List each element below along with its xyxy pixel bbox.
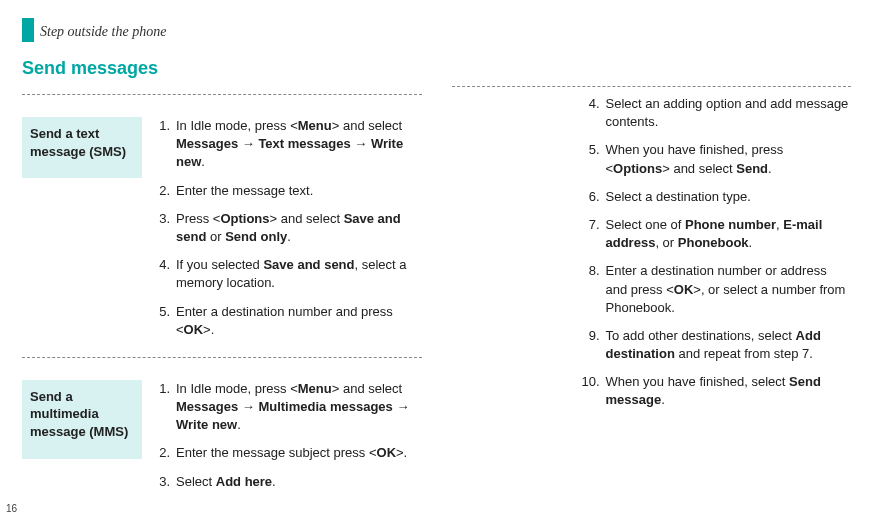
step-text: Enter the message text. [176, 182, 422, 200]
step-text: When you have finished, press <Options> … [606, 141, 852, 177]
step-number: 5. [154, 303, 176, 339]
step-number: 5. [580, 141, 606, 177]
step-item: 4.Select an adding option and add messag… [580, 95, 852, 131]
step-number: 9. [580, 327, 606, 363]
sms-block-divider: Send a text message (SMS) 1.In Idle mode… [22, 94, 422, 349]
step-text: Select Add here. [176, 473, 422, 491]
mms-block: Send a multimedia message (MMS) 1.In Idl… [22, 368, 422, 501]
step-item: 7.Select one of Phone number, E-mail add… [580, 216, 852, 252]
step-text: In Idle mode, press <Menu> and select Me… [176, 117, 422, 172]
step-number: 6. [580, 188, 606, 206]
step-text: When you have finished, select Send mess… [606, 373, 852, 409]
mms-block-divider: Send a multimedia message (MMS) 1.In Idl… [22, 357, 422, 501]
page-number: 16 [6, 503, 17, 514]
manual-page: Step outside the phone Send messages Sen… [0, 0, 873, 520]
mms-steps: 1.In Idle mode, press <Menu> and select … [154, 380, 422, 501]
step-item: 2.Enter the message subject press <OK>. [154, 444, 422, 462]
step-text: Press <Options> and select Save and send… [176, 210, 422, 246]
mms-label: Send a multimedia message (MMS) [22, 380, 142, 459]
step-number: 1. [154, 380, 176, 435]
step-text: Enter the message subject press <OK>. [176, 444, 422, 462]
step-text: Select one of Phone number, E-mail addre… [606, 216, 852, 252]
step-text: To add other destinations, select Add de… [606, 327, 852, 363]
sms-label: Send a text message (SMS) [22, 117, 142, 178]
step-item: 1.In Idle mode, press <Menu> and select … [154, 380, 422, 435]
step-text: Enter a destination number or address an… [606, 262, 852, 317]
step-item: 6.Select a destination type. [580, 188, 852, 206]
step-number: 2. [154, 444, 176, 462]
mms-steps-continued: 4.Select an adding option and add messag… [452, 95, 852, 410]
step-item: 3.Press <Options> and select Save and se… [154, 210, 422, 246]
step-text: Enter a destination number and press <OK… [176, 303, 422, 339]
step-item: 4.If you selected Save and send, select … [154, 256, 422, 292]
step-text: Select a destination type. [606, 188, 852, 206]
sms-block: Send a text message (SMS) 1.In Idle mode… [22, 105, 422, 349]
accent-bar [22, 18, 34, 42]
content-columns: Send a text message (SMS) 1.In Idle mode… [22, 86, 851, 490]
step-number: 4. [580, 95, 606, 131]
right-block-divider: 4.Select an adding option and add messag… [452, 86, 852, 410]
step-item: 3.Select Add here. [154, 473, 422, 491]
right-column: 4.Select an adding option and add messag… [452, 86, 852, 490]
step-item: 2.Enter the message text. [154, 182, 422, 200]
step-text: Select an adding option and add message … [606, 95, 852, 131]
step-number: 1. [154, 117, 176, 172]
step-item: 8.Enter a destination number or address … [580, 262, 852, 317]
step-number: 8. [580, 262, 606, 317]
step-item: 5.When you have finished, press <Options… [580, 141, 852, 177]
step-number: 3. [154, 473, 176, 491]
section-heading: Send messages [22, 58, 158, 79]
step-number: 3. [154, 210, 176, 246]
step-item: 1.In Idle mode, press <Menu> and select … [154, 117, 422, 172]
step-number: 7. [580, 216, 606, 252]
step-text: If you selected Save and send, select a … [176, 256, 422, 292]
step-item: 9.To add other destinations, select Add … [580, 327, 852, 363]
step-number: 2. [154, 182, 176, 200]
step-number: 10. [580, 373, 606, 409]
step-item: 5.Enter a destination number and press <… [154, 303, 422, 339]
step-number: 4. [154, 256, 176, 292]
left-column: Send a text message (SMS) 1.In Idle mode… [22, 86, 422, 490]
sms-steps: 1.In Idle mode, press <Menu> and select … [154, 117, 422, 349]
step-item: 10.When you have finished, select Send m… [580, 373, 852, 409]
step-text: In Idle mode, press <Menu> and select Me… [176, 380, 422, 435]
chapter-title: Step outside the phone [40, 24, 166, 40]
